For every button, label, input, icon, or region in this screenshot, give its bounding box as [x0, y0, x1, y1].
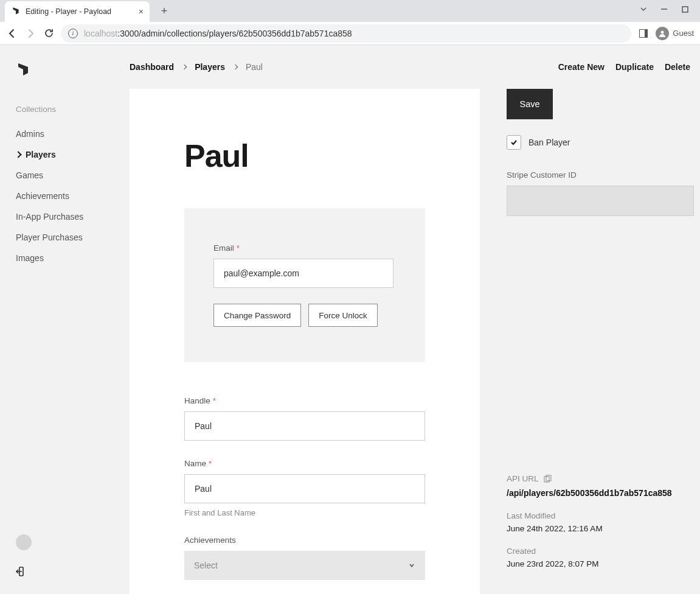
sidebar-item-admins[interactable]: Admins: [16, 124, 99, 144]
copy-icon[interactable]: [544, 475, 552, 483]
reload-icon[interactable]: [43, 27, 55, 40]
sidebar-item-player-purchases[interactable]: Player Purchases: [16, 227, 99, 248]
achievements-field-group: Achievements Select: [184, 536, 425, 580]
select-placeholder: Select: [194, 561, 218, 570]
achievements-label: Achievements: [184, 536, 425, 545]
auth-block: Email* Change Password Force Unlock: [184, 208, 425, 362]
handle-field[interactable]: [184, 411, 425, 441]
handle-label: Handle*: [184, 396, 425, 405]
breadcrumb: Dashboard Players Paul: [130, 62, 480, 72]
profile-chip[interactable]: Guest: [656, 27, 694, 40]
sidebar: Collections Admins Players Games Achieve…: [0, 45, 115, 594]
page-title: Paul: [184, 138, 425, 174]
email-label: Email*: [213, 243, 396, 253]
crumb-dashboard[interactable]: Dashboard: [130, 62, 174, 72]
chevron-down-icon: [408, 562, 415, 569]
name-hint: First and Last Name: [184, 508, 425, 517]
url-text: localhost:3000/admin/collections/players…: [84, 29, 352, 38]
main-column: Dashboard Players Paul Paul Email* Chang…: [115, 45, 498, 594]
stripe-label: Stripe Customer ID: [507, 170, 694, 180]
content: Dashboard Players Paul Paul Email* Chang…: [115, 45, 700, 594]
email-field[interactable]: [213, 259, 393, 288]
api-url-label: API URL: [507, 474, 539, 483]
site-info-icon[interactable]: i: [68, 29, 78, 38]
ban-player-checkbox[interactable]: [507, 135, 521, 150]
logout-icon[interactable]: [16, 566, 27, 577]
browser-tab[interactable]: Editing - Player - Payload ×: [5, 1, 150, 22]
back-icon[interactable]: [6, 27, 18, 40]
favicon-icon: [11, 7, 21, 16]
api-url-value: /api/players/62b500356dd1b7ab571ca858: [507, 488, 694, 498]
svg-rect-4: [546, 475, 551, 481]
ban-player-label: Ban Player: [528, 138, 570, 147]
stripe-id-field[interactable]: [507, 186, 694, 216]
last-modified-label: Last Modified: [507, 511, 694, 520]
sidebar-section-label: Collections: [16, 105, 99, 114]
last-modified-value: June 24th 2022, 12:16 AM: [507, 524, 694, 533]
ban-player-row[interactable]: Ban Player: [507, 135, 694, 150]
save-button[interactable]: Save: [507, 89, 553, 119]
crumb-current: Paul: [246, 62, 263, 72]
chevron-right-icon: [233, 65, 238, 69]
crumb-players[interactable]: Players: [195, 62, 225, 72]
delete-link[interactable]: Delete: [665, 62, 690, 72]
app: Collections Admins Players Games Achieve…: [0, 45, 700, 594]
sidebar-item-players[interactable]: Players: [16, 144, 99, 165]
tab-title: Editing - Player - Payload: [26, 7, 134, 16]
profile-name: Guest: [673, 29, 694, 38]
name-label: Name*: [184, 459, 425, 468]
handle-field-group: Handle*: [184, 396, 425, 441]
change-password-button[interactable]: Change Password: [213, 304, 301, 327]
sidebar-bottom: [16, 534, 99, 577]
maximize-icon[interactable]: [681, 5, 689, 13]
forward-icon: [24, 27, 36, 40]
svg-rect-1: [682, 7, 688, 12]
person-icon: [656, 27, 669, 40]
close-icon[interactable]: ×: [139, 7, 144, 16]
auth-buttons: Change Password Force Unlock: [213, 304, 396, 327]
created-value: June 23rd 2022, 8:07 PM: [507, 559, 694, 568]
browser-chrome: Editing - Player - Payload × + i localho…: [0, 0, 700, 45]
sidebar-item-inapp[interactable]: In-App Purchases: [16, 206, 99, 227]
created-label: Created: [507, 547, 694, 556]
window-controls: [628, 0, 700, 18]
action-row: Create New Duplicate Delete: [507, 62, 694, 72]
name-field[interactable]: [184, 474, 425, 503]
new-tab-button[interactable]: +: [156, 2, 173, 19]
chevron-down-icon[interactable]: [639, 5, 648, 13]
sidebar-item-images[interactable]: Images: [16, 248, 99, 268]
duplicate-link[interactable]: Duplicate: [615, 62, 654, 72]
payload-logo-icon[interactable]: [16, 62, 30, 79]
chevron-right-icon: [182, 65, 187, 69]
sidebar-item-achievements[interactable]: Achievements: [16, 186, 99, 206]
side-panel-icon[interactable]: [637, 27, 650, 40]
name-field-group: Name* First and Last Name: [184, 459, 425, 517]
svg-point-2: [661, 30, 664, 33]
edit-card: Paul Email* Change Password Force Unlock…: [130, 89, 480, 594]
meta-block: API URL /api/players/62b500356dd1b7ab571…: [507, 474, 694, 582]
api-url-row: API URL: [507, 474, 694, 483]
sidebar-item-games[interactable]: Games: [16, 165, 99, 186]
user-avatar-icon[interactable]: [16, 534, 32, 550]
titlebar: Editing - Player - Payload × +: [0, 0, 700, 22]
right-column: Create New Duplicate Delete Save Ban Pla…: [498, 45, 700, 594]
achievements-select[interactable]: Select: [184, 551, 425, 580]
force-unlock-button[interactable]: Force Unlock: [308, 304, 378, 327]
address-bar[interactable]: i localhost:3000/admin/collections/playe…: [61, 24, 631, 43]
create-new-link[interactable]: Create New: [558, 62, 605, 72]
browser-toolbar: i localhost:3000/admin/collections/playe…: [0, 22, 700, 45]
minimize-icon[interactable]: [660, 5, 668, 13]
svg-rect-3: [544, 477, 549, 482]
